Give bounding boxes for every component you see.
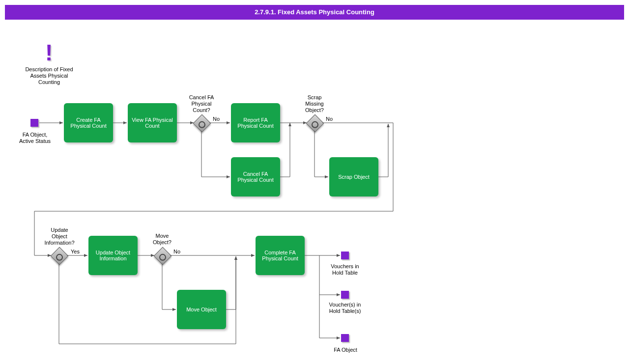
task-cancel-label: Cancel FA Physical Count [234, 171, 277, 183]
end-faobject [341, 334, 349, 342]
task-create[interactable]: Create FA Physical Count [64, 103, 113, 142]
note-text: Description of Fixed Assets Physical Cou… [20, 66, 79, 86]
start-event [30, 119, 38, 127]
task-update[interactable]: Update Object Information [88, 236, 138, 275]
gateway-update-yes: Yes [69, 249, 82, 255]
gateway-move-no: No [171, 249, 183, 255]
end-faobject-label: FA Object [328, 347, 363, 353]
connectors [0, 0, 629, 364]
exclamation-icon: ! [45, 39, 53, 66]
gateway-update-question: Update Object Information? [42, 227, 77, 247]
task-report[interactable]: Report FA Physical Count [231, 103, 280, 142]
gateway-move [154, 247, 172, 265]
diagram-canvas: 2.7.9.1. Fixed Assets Physical Counting … [0, 0, 629, 364]
gateway-cancel-no: No [210, 116, 222, 122]
start-label: FA Object, Active Status [19, 132, 51, 144]
task-complete[interactable]: Complete FA Physical Count [256, 236, 305, 275]
gateway-cancel [193, 114, 211, 133]
gateway-scrap [306, 114, 324, 133]
end-vouchers1-label: Vouchers in Hold Table [327, 263, 363, 276]
task-view-label: View FA Physical Count [131, 117, 174, 129]
end-vouchers2-label: Voucher(s) in Hold Table(s) [327, 302, 363, 314]
gateway-scrap-question: Scrap Missing Object? [300, 94, 329, 114]
end-vouchers1 [341, 252, 349, 259]
task-move-label: Move Object [186, 307, 217, 312]
end-vouchers2 [341, 291, 349, 299]
task-scrap[interactable]: Scrap Object [329, 157, 378, 196]
gateway-scrap-no: No [323, 116, 335, 122]
task-update-label: Update Object Information [91, 250, 135, 261]
task-view[interactable]: View FA Physical Count [128, 103, 177, 142]
task-create-label: Create FA Physical Count [67, 117, 110, 129]
task-cancel[interactable]: Cancel FA Physical Count [231, 157, 280, 196]
task-complete-label: Complete FA Physical Count [258, 250, 302, 261]
task-move[interactable]: Move Object [177, 290, 226, 329]
gateway-cancel-question: Cancel FA Physical Count? [186, 94, 217, 114]
page-title: 2.7.9.1. Fixed Assets Physical Counting [5, 5, 624, 20]
task-report-label: Report FA Physical Count [234, 117, 277, 129]
gateway-move-question: Move Object? [148, 233, 176, 246]
gateway-update [51, 247, 69, 265]
task-scrap-label: Scrap Object [338, 174, 370, 180]
